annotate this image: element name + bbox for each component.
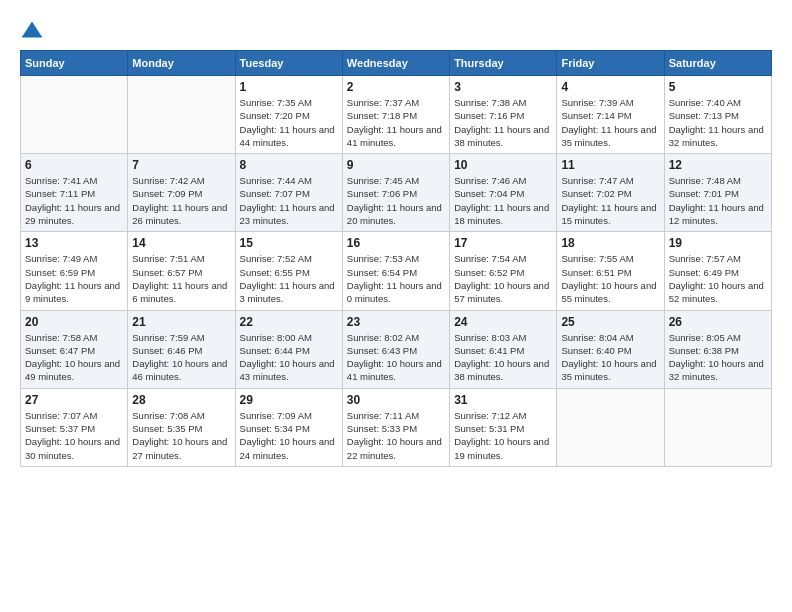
calendar-cell bbox=[664, 388, 771, 466]
calendar-cell: 3Sunrise: 7:38 AMSunset: 7:16 PMDaylight… bbox=[450, 76, 557, 154]
day-info: Sunrise: 7:12 AMSunset: 5:31 PMDaylight:… bbox=[454, 409, 552, 462]
calendar-cell: 30Sunrise: 7:11 AMSunset: 5:33 PMDayligh… bbox=[342, 388, 449, 466]
day-info: Sunrise: 7:09 AMSunset: 5:34 PMDaylight:… bbox=[240, 409, 338, 462]
day-number: 1 bbox=[240, 80, 338, 94]
day-info: Sunrise: 7:38 AMSunset: 7:16 PMDaylight:… bbox=[454, 96, 552, 149]
calendar-header-saturday: Saturday bbox=[664, 51, 771, 76]
calendar-week-row: 27Sunrise: 7:07 AMSunset: 5:37 PMDayligh… bbox=[21, 388, 772, 466]
calendar-cell: 21Sunrise: 7:59 AMSunset: 6:46 PMDayligh… bbox=[128, 310, 235, 388]
day-number: 7 bbox=[132, 158, 230, 172]
day-info: Sunrise: 7:11 AMSunset: 5:33 PMDaylight:… bbox=[347, 409, 445, 462]
day-info: Sunrise: 7:44 AMSunset: 7:07 PMDaylight:… bbox=[240, 174, 338, 227]
day-info: Sunrise: 7:46 AMSunset: 7:04 PMDaylight:… bbox=[454, 174, 552, 227]
header bbox=[20, 20, 772, 40]
day-info: Sunrise: 7:42 AMSunset: 7:09 PMDaylight:… bbox=[132, 174, 230, 227]
calendar-cell: 14Sunrise: 7:51 AMSunset: 6:57 PMDayligh… bbox=[128, 232, 235, 310]
calendar-cell: 1Sunrise: 7:35 AMSunset: 7:20 PMDaylight… bbox=[235, 76, 342, 154]
calendar-cell bbox=[128, 76, 235, 154]
day-number: 30 bbox=[347, 393, 445, 407]
calendar-cell: 11Sunrise: 7:47 AMSunset: 7:02 PMDayligh… bbox=[557, 154, 664, 232]
calendar-cell: 15Sunrise: 7:52 AMSunset: 6:55 PMDayligh… bbox=[235, 232, 342, 310]
logo-icon bbox=[20, 20, 44, 40]
calendar-header-wednesday: Wednesday bbox=[342, 51, 449, 76]
calendar-week-row: 1Sunrise: 7:35 AMSunset: 7:20 PMDaylight… bbox=[21, 76, 772, 154]
day-info: Sunrise: 8:00 AMSunset: 6:44 PMDaylight:… bbox=[240, 331, 338, 384]
day-info: Sunrise: 7:07 AMSunset: 5:37 PMDaylight:… bbox=[25, 409, 123, 462]
calendar-cell: 10Sunrise: 7:46 AMSunset: 7:04 PMDayligh… bbox=[450, 154, 557, 232]
day-number: 27 bbox=[25, 393, 123, 407]
day-number: 26 bbox=[669, 315, 767, 329]
calendar-cell: 9Sunrise: 7:45 AMSunset: 7:06 PMDaylight… bbox=[342, 154, 449, 232]
calendar: SundayMondayTuesdayWednesdayThursdayFrid… bbox=[20, 50, 772, 467]
calendar-week-row: 20Sunrise: 7:58 AMSunset: 6:47 PMDayligh… bbox=[21, 310, 772, 388]
day-info: Sunrise: 7:41 AMSunset: 7:11 PMDaylight:… bbox=[25, 174, 123, 227]
calendar-cell: 6Sunrise: 7:41 AMSunset: 7:11 PMDaylight… bbox=[21, 154, 128, 232]
day-number: 4 bbox=[561, 80, 659, 94]
day-info: Sunrise: 7:47 AMSunset: 7:02 PMDaylight:… bbox=[561, 174, 659, 227]
day-number: 29 bbox=[240, 393, 338, 407]
day-info: Sunrise: 7:45 AMSunset: 7:06 PMDaylight:… bbox=[347, 174, 445, 227]
calendar-cell: 7Sunrise: 7:42 AMSunset: 7:09 PMDaylight… bbox=[128, 154, 235, 232]
day-number: 14 bbox=[132, 236, 230, 250]
calendar-cell: 31Sunrise: 7:12 AMSunset: 5:31 PMDayligh… bbox=[450, 388, 557, 466]
day-info: Sunrise: 7:39 AMSunset: 7:14 PMDaylight:… bbox=[561, 96, 659, 149]
calendar-cell: 24Sunrise: 8:03 AMSunset: 6:41 PMDayligh… bbox=[450, 310, 557, 388]
calendar-cell: 8Sunrise: 7:44 AMSunset: 7:07 PMDaylight… bbox=[235, 154, 342, 232]
day-number: 9 bbox=[347, 158, 445, 172]
day-info: Sunrise: 8:03 AMSunset: 6:41 PMDaylight:… bbox=[454, 331, 552, 384]
calendar-cell: 19Sunrise: 7:57 AMSunset: 6:49 PMDayligh… bbox=[664, 232, 771, 310]
calendar-cell: 20Sunrise: 7:58 AMSunset: 6:47 PMDayligh… bbox=[21, 310, 128, 388]
calendar-cell: 2Sunrise: 7:37 AMSunset: 7:18 PMDaylight… bbox=[342, 76, 449, 154]
day-number: 28 bbox=[132, 393, 230, 407]
day-number: 18 bbox=[561, 236, 659, 250]
calendar-cell: 17Sunrise: 7:54 AMSunset: 6:52 PMDayligh… bbox=[450, 232, 557, 310]
calendar-cell: 18Sunrise: 7:55 AMSunset: 6:51 PMDayligh… bbox=[557, 232, 664, 310]
calendar-cell: 22Sunrise: 8:00 AMSunset: 6:44 PMDayligh… bbox=[235, 310, 342, 388]
day-info: Sunrise: 7:58 AMSunset: 6:47 PMDaylight:… bbox=[25, 331, 123, 384]
calendar-cell bbox=[557, 388, 664, 466]
day-info: Sunrise: 7:37 AMSunset: 7:18 PMDaylight:… bbox=[347, 96, 445, 149]
svg-marker-0 bbox=[22, 22, 43, 38]
calendar-cell: 12Sunrise: 7:48 AMSunset: 7:01 PMDayligh… bbox=[664, 154, 771, 232]
day-info: Sunrise: 7:59 AMSunset: 6:46 PMDaylight:… bbox=[132, 331, 230, 384]
day-info: Sunrise: 7:53 AMSunset: 6:54 PMDaylight:… bbox=[347, 252, 445, 305]
calendar-header-sunday: Sunday bbox=[21, 51, 128, 76]
day-info: Sunrise: 8:05 AMSunset: 6:38 PMDaylight:… bbox=[669, 331, 767, 384]
day-info: Sunrise: 7:54 AMSunset: 6:52 PMDaylight:… bbox=[454, 252, 552, 305]
calendar-cell: 26Sunrise: 8:05 AMSunset: 6:38 PMDayligh… bbox=[664, 310, 771, 388]
day-info: Sunrise: 7:35 AMSunset: 7:20 PMDaylight:… bbox=[240, 96, 338, 149]
calendar-header-friday: Friday bbox=[557, 51, 664, 76]
day-number: 19 bbox=[669, 236, 767, 250]
calendar-cell: 23Sunrise: 8:02 AMSunset: 6:43 PMDayligh… bbox=[342, 310, 449, 388]
day-number: 12 bbox=[669, 158, 767, 172]
day-number: 3 bbox=[454, 80, 552, 94]
day-info: Sunrise: 7:55 AMSunset: 6:51 PMDaylight:… bbox=[561, 252, 659, 305]
calendar-header-row: SundayMondayTuesdayWednesdayThursdayFrid… bbox=[21, 51, 772, 76]
day-info: Sunrise: 8:04 AMSunset: 6:40 PMDaylight:… bbox=[561, 331, 659, 384]
day-number: 2 bbox=[347, 80, 445, 94]
day-info: Sunrise: 7:51 AMSunset: 6:57 PMDaylight:… bbox=[132, 252, 230, 305]
day-number: 25 bbox=[561, 315, 659, 329]
day-number: 16 bbox=[347, 236, 445, 250]
calendar-cell: 16Sunrise: 7:53 AMSunset: 6:54 PMDayligh… bbox=[342, 232, 449, 310]
day-info: Sunrise: 7:40 AMSunset: 7:13 PMDaylight:… bbox=[669, 96, 767, 149]
calendar-cell: 13Sunrise: 7:49 AMSunset: 6:59 PMDayligh… bbox=[21, 232, 128, 310]
day-info: Sunrise: 7:52 AMSunset: 6:55 PMDaylight:… bbox=[240, 252, 338, 305]
day-info: Sunrise: 7:57 AMSunset: 6:49 PMDaylight:… bbox=[669, 252, 767, 305]
day-info: Sunrise: 8:02 AMSunset: 6:43 PMDaylight:… bbox=[347, 331, 445, 384]
calendar-cell: 28Sunrise: 7:08 AMSunset: 5:35 PMDayligh… bbox=[128, 388, 235, 466]
day-number: 31 bbox=[454, 393, 552, 407]
logo bbox=[20, 20, 48, 40]
calendar-header-tuesday: Tuesday bbox=[235, 51, 342, 76]
calendar-cell: 4Sunrise: 7:39 AMSunset: 7:14 PMDaylight… bbox=[557, 76, 664, 154]
day-number: 15 bbox=[240, 236, 338, 250]
calendar-header-thursday: Thursday bbox=[450, 51, 557, 76]
calendar-cell: 5Sunrise: 7:40 AMSunset: 7:13 PMDaylight… bbox=[664, 76, 771, 154]
calendar-cell: 25Sunrise: 8:04 AMSunset: 6:40 PMDayligh… bbox=[557, 310, 664, 388]
day-info: Sunrise: 7:48 AMSunset: 7:01 PMDaylight:… bbox=[669, 174, 767, 227]
calendar-header-monday: Monday bbox=[128, 51, 235, 76]
day-number: 10 bbox=[454, 158, 552, 172]
day-info: Sunrise: 7:08 AMSunset: 5:35 PMDaylight:… bbox=[132, 409, 230, 462]
day-number: 13 bbox=[25, 236, 123, 250]
day-number: 8 bbox=[240, 158, 338, 172]
